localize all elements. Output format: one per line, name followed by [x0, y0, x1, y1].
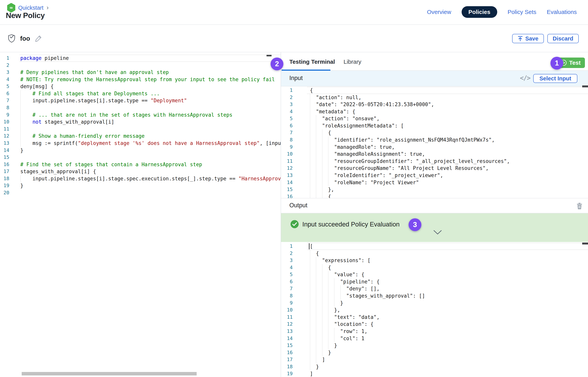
- policy-identity: foo: [8, 25, 42, 52]
- text-cursor: [309, 243, 309, 249]
- code-line-content: [19, 126, 281, 133]
- trash-icon[interactable]: [577, 202, 583, 210]
- code-line-content: [: [307, 243, 588, 250]
- indent-guide: [340, 292, 341, 299]
- code-line-content: "expressions": [: [307, 257, 588, 264]
- code-line: 3 "date": "2022-05-05T20:41:23.538+0000"…: [281, 101, 588, 108]
- indent-guide: [310, 321, 310, 328]
- code-line: 4# NOTE: Try removing the HarnessApprova…: [0, 76, 281, 83]
- indent-guide: [316, 179, 316, 186]
- indent-guide: [310, 363, 310, 370]
- code-line: 8 "identifier": "role_assignment_NsFQM43…: [281, 136, 588, 143]
- code-line: 17 ]: [281, 356, 588, 363]
- code-line-content: },: [307, 306, 588, 314]
- indent-guide: [20, 132, 21, 140]
- indent-guide: [328, 179, 328, 186]
- indent-guide: [310, 115, 310, 122]
- indent-guide: [334, 278, 334, 285]
- chevron-down-icon[interactable]: [433, 230, 442, 235]
- nav-item-policies[interactable]: Policies: [462, 6, 497, 18]
- indent-guide: [322, 299, 322, 307]
- indent-guide: [316, 299, 316, 307]
- code-line: 7 "deny": [],: [281, 285, 588, 292]
- tab-library[interactable]: Library: [344, 59, 361, 65]
- indent-guide: [310, 285, 310, 292]
- line-number: 20: [0, 189, 19, 196]
- indent-guide: [310, 349, 310, 356]
- code-line-content: }: [19, 182, 281, 189]
- left-editor-horizontal-scrollbar[interactable]: [22, 372, 197, 376]
- output-json-editor[interactable]: 1[2 {3 "expressions": [4 {5 "value": {6 …: [281, 242, 588, 377]
- code-line: 15 },: [281, 186, 588, 193]
- indent-guide: [316, 292, 316, 299]
- nav-item-overview[interactable]: Overview: [427, 9, 451, 15]
- code-line: 6 # Find all stages that are Deployments…: [0, 90, 281, 97]
- indent-guide: [322, 193, 322, 198]
- code-line-content: [19, 154, 281, 161]
- line-number: 11: [281, 314, 307, 321]
- line-number: 9: [281, 299, 307, 307]
- nav-item-evaluations[interactable]: Evaluations: [547, 9, 577, 15]
- code-line-content: "action": null,: [307, 94, 588, 101]
- indent-guide: [316, 172, 316, 179]
- line-number: 7: [281, 285, 307, 292]
- indent-guide: [310, 151, 310, 158]
- line-number: 12: [0, 132, 19, 140]
- code-line: 11 "text": "data",: [281, 314, 588, 321]
- code-line-content: "identifier": "role_assignment_NsFQM43Rq…: [307, 136, 588, 143]
- discard-button[interactable]: Discard: [547, 34, 579, 43]
- indent-guide: [20, 118, 21, 126]
- line-number: 6: [281, 278, 307, 285]
- code-line-content: ]: [307, 356, 588, 363]
- code-line-content: "pipeline": {: [307, 278, 588, 285]
- tab-testing-terminal[interactable]: Testing Terminal: [289, 59, 335, 65]
- nav-item-policy-sets[interactable]: Policy Sets: [508, 9, 536, 15]
- code-line-content: input.pipeline.stages[i].stage.spec.exec…: [19, 175, 281, 182]
- code-line: 12 "resourceGroupName": "All Project Lev…: [281, 165, 588, 172]
- code-view-icon[interactable]: </>: [520, 74, 530, 82]
- indent-guide: [328, 165, 328, 172]
- code-line: 17stages_with_approval[i] {: [0, 168, 281, 175]
- line-number: 14: [281, 179, 307, 186]
- harness-logo-icon: ∞: [7, 3, 15, 12]
- indent-guide: [20, 140, 21, 147]
- indent-guide: [20, 97, 21, 104]
- policy-editor-page: { "header": { "breadcrumb": "Quickstart"…: [0, 0, 588, 377]
- top-nav: Overview Policies Policy Sets Evaluation…: [427, 6, 577, 18]
- select-input-button[interactable]: Select Input: [533, 74, 577, 83]
- line-number: 3: [281, 257, 307, 264]
- code-line-content: "metadata": {: [307, 108, 588, 115]
- input-editor-scroll-marker: [582, 85, 588, 87]
- input-json-editor[interactable]: 1{2 "action": null,3 "date": "2022-05-05…: [281, 86, 588, 198]
- code-line-content: not stages_with_approval[i]: [19, 118, 281, 126]
- indent-guide: [310, 179, 310, 186]
- indent-guide: [328, 271, 328, 278]
- indent-guide: [310, 342, 310, 349]
- code-line: 2: [0, 62, 281, 69]
- indent-guide: [310, 306, 310, 314]
- breadcrumb-chevron-icon: ›: [47, 4, 49, 11]
- line-number: 1: [281, 243, 307, 250]
- code-line: 13 "row": 1,: [281, 328, 588, 335]
- line-number: 13: [281, 328, 307, 335]
- line-number: 2: [281, 250, 307, 257]
- edit-pencil-icon[interactable]: [35, 35, 42, 42]
- indent-guide: [310, 136, 310, 143]
- policy-shield-icon: [8, 34, 15, 43]
- code-line-content: "managedRole": true,: [307, 143, 588, 151]
- code-line: 11: [0, 126, 281, 133]
- policy-toolbar: foo Save Discard: [0, 25, 588, 52]
- indent-guide: [322, 271, 322, 278]
- code-line-content: }: [307, 349, 588, 356]
- indent-guide: [316, 328, 316, 335]
- save-button-label: Save: [525, 35, 538, 42]
- indent-guide: [322, 129, 322, 136]
- code-line-content: {: [307, 129, 588, 136]
- indent-guide: [322, 172, 322, 179]
- policy-code-editor[interactable]: 1package pipeline23# Deny pipelines that…: [0, 52, 281, 377]
- left-editor-scroll-marker: [267, 55, 271, 56]
- line-number: 13: [281, 172, 307, 179]
- breadcrumb-link-quickstart[interactable]: Quickstart: [18, 5, 44, 11]
- indent-guide: [322, 136, 322, 143]
- save-button[interactable]: Save: [512, 34, 544, 43]
